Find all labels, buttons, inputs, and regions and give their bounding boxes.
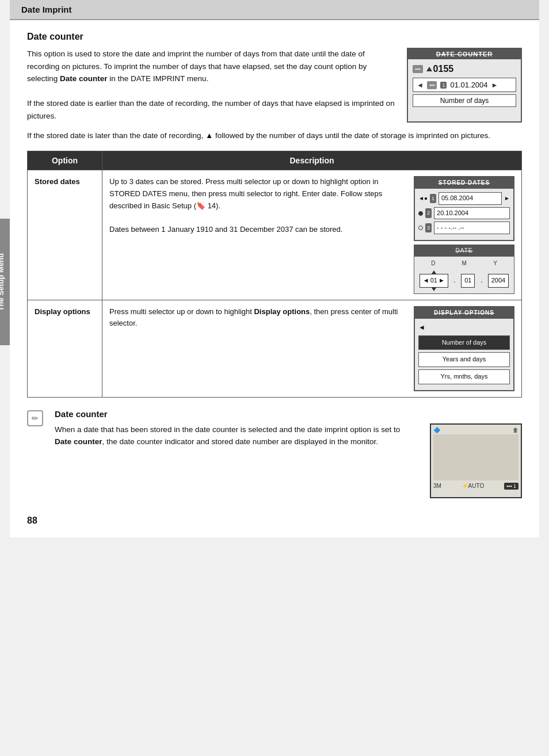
dot1: . <box>453 275 455 286</box>
widget-icon2: ▪▪▪ <box>427 81 437 89</box>
intro-text: This option is used to store the date an… <box>27 48 395 123</box>
widget-icon1: ▪▪▪ <box>413 65 423 73</box>
display-option-label: Display options <box>35 307 90 316</box>
date-counter-widget: DATE COUNTER ▪▪▪ 0155 ◄ ▪▪▪ 1 01.01.2004 <box>407 48 522 123</box>
date-sub-title: DATE <box>414 245 514 257</box>
intro-bold: Date counter <box>60 74 108 83</box>
note-title: Date counter <box>55 409 522 419</box>
sd-date-2: 20.10.2004 <box>434 207 510 220</box>
note-content: Date counter When a date that has been s… <box>55 409 522 498</box>
desc-stored-dates: Up to 3 dates can be stored. Press multi… <box>102 170 522 300</box>
d-arrow-left: ◄ <box>423 276 429 286</box>
triangle-up-icon <box>426 67 432 71</box>
widget-title: DATE COUNTER <box>408 49 521 59</box>
sd-row-1: ◄● 1 05.08.2004 ► <box>418 192 510 205</box>
dop-item-3: Yrs, mnths, days <box>418 369 510 384</box>
table-row: Display options Press multi selector up … <box>28 300 522 397</box>
sd-date-3: - - - -.-- .-- <box>434 222 510 234</box>
sd-arrow-right: ► <box>504 194 510 203</box>
dot2: . <box>481 275 482 286</box>
d-val: 01 <box>430 276 437 286</box>
header-title: Date Imprint <box>21 5 72 14</box>
dop-item-1: Number of days <box>418 335 510 350</box>
cam-counter-badge: ▪▪▪ 1 <box>504 483 518 490</box>
dop-arrow: ◄ <box>418 322 510 333</box>
sd-num-3: 3 <box>425 223 432 232</box>
date-subwidget: DATE D M Y <box>414 245 514 294</box>
sd-title: STORED DATES <box>415 177 513 189</box>
date-sub-values: ◄ 01 ► . <box>418 270 510 291</box>
sd-row-3: 3 - - - -.-- .-- <box>418 222 510 234</box>
sd-date-1: 05.08.2004 <box>439 192 502 205</box>
option-display: Display options <box>28 300 102 397</box>
camera-screen: 🔷 🗑 3M ⚡AUTO ▪▪▪ 1 <box>430 423 522 498</box>
m-input: 01 <box>461 274 475 288</box>
pencil-icon: ✏ <box>32 414 39 423</box>
arrow-left-icon: ◄ <box>417 81 424 89</box>
sd-num-1: 1 <box>430 194 436 203</box>
d-tri-down <box>432 288 436 291</box>
display-options-text: Press multi selector up or down to highl… <box>109 306 407 391</box>
note-text: When a date that has been stored in the … <box>55 423 418 498</box>
d-arrow-right: ► <box>439 276 445 286</box>
m-val: 01 <box>464 276 471 286</box>
y-label: Y <box>493 259 497 268</box>
camera-body <box>433 434 518 480</box>
note-icon: ✏ <box>27 410 43 426</box>
date-row: ◄ ▪▪▪ 1 01.01.2004 ► <box>413 78 516 92</box>
y-input: 2004 <box>488 274 509 288</box>
sd-circle-filled <box>418 211 423 216</box>
sd-row-2: 2 20.10.2004 <box>418 207 510 220</box>
main-table: Option Description Stored dates Up to 3 … <box>27 151 522 397</box>
counter-value: 0155 <box>426 64 454 74</box>
table-row: Stored dates Up to 3 dates can be stored… <box>28 170 522 300</box>
sd-circle-empty <box>418 226 423 230</box>
dop-title: DISPLAY OPTIONS <box>415 307 513 319</box>
continuation-text: If the stored date is later than the dat… <box>27 129 522 142</box>
section-title: Date counter <box>27 32 522 42</box>
d-input-group: ◄ 01 ► <box>420 270 448 291</box>
date-sub-header: D M Y <box>418 259 510 268</box>
counter-number: 0155 <box>433 64 454 74</box>
number-of-days-label: Number of days <box>413 94 516 107</box>
stored-dates-widget: STORED DATES ◄● 1 05.08.2004 ► <box>414 176 514 241</box>
date-num: 1 <box>440 82 447 89</box>
sidebar-tab: The Setup Menu <box>0 219 10 345</box>
book-ref: 🔖 <box>196 201 205 210</box>
arrow-right-icon: ► <box>491 81 498 89</box>
d-input: ◄ 01 ► <box>420 274 448 288</box>
m-label: M <box>462 259 467 268</box>
desc-display-options: Press multi selector up or down to highl… <box>102 300 522 397</box>
cam-trash-icon: 🗑 <box>513 427 518 433</box>
cam-top-left-icon: 🔷 <box>433 427 440 433</box>
intro-cont: in the DATE IMPRINT menu. <box>108 74 209 83</box>
dop-item-2: Years and days <box>418 352 510 367</box>
option-stored-dates: Stored dates <box>28 170 102 300</box>
col-desc-header: Description <box>102 151 522 170</box>
date-value: 01.01.2004 <box>450 81 487 89</box>
stored-dates-text: Up to 3 dates can be stored. Press multi… <box>109 176 407 293</box>
sidebar-label: The Setup Menu <box>0 253 5 311</box>
cam-3m-label: 3M <box>433 483 441 489</box>
intro-para2: If the stored date is earlier than the d… <box>27 99 395 120</box>
d-label: D <box>431 259 435 268</box>
sd-arrow-left: ◄● <box>418 194 428 203</box>
page-number: 88 <box>10 510 539 537</box>
camera-top-bar: 🔷 🗑 <box>433 427 518 433</box>
sd-num-2: 2 <box>425 208 432 217</box>
camera-bottom-bar: 3M ⚡AUTO ▪▪▪ 1 <box>433 483 518 490</box>
col-option-header: Option <box>28 151 102 170</box>
note-section: ✏ Date counter When a date that has been… <box>27 409 522 498</box>
cam-auto-label: ⚡AUTO <box>462 483 485 489</box>
page-header: Date Imprint <box>10 0 539 20</box>
y-val: 2004 <box>491 276 505 286</box>
display-options-widget: DISPLAY OPTIONS ◄ Number of days Years a… <box>414 306 514 391</box>
